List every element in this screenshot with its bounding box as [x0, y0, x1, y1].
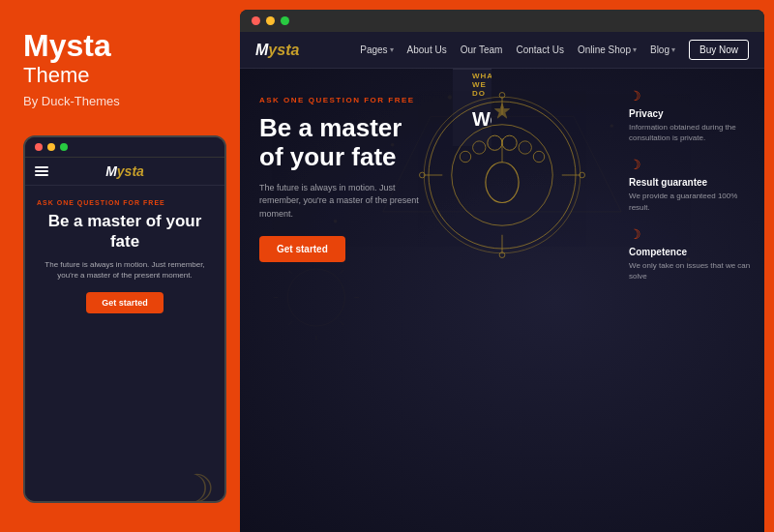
mobile-subtext: The future is always in motion. Just rem…	[37, 259, 213, 281]
blog-arrow-icon: ▾	[671, 45, 675, 54]
mobile-crescent-icon: ☽	[180, 466, 215, 501]
svg-point-33	[535, 153, 543, 161]
nav-shop[interactable]: Online Shop ▾	[578, 44, 637, 55]
site-hero: ASK ONE QUESTION FOR FREE Be a master of…	[240, 69, 764, 532]
left-panel: Mysta Theme By Duck-Themes Mysta ASK ONE…	[0, 0, 240, 532]
svg-point-31	[521, 142, 530, 152]
hero-cta-button[interactable]: Get started	[259, 236, 345, 262]
svg-point-27	[474, 142, 484, 152]
feature-privacy: ☽ Privacy Information obtained during th…	[629, 88, 755, 143]
svg-marker-42	[494, 103, 509, 118]
hero-features: ☽ Privacy Information obtained during th…	[629, 88, 755, 281]
mobile-nav: Mysta	[25, 158, 224, 186]
mobile-headline: Be a master of your fate	[37, 212, 213, 251]
brand-section: Mysta Theme By Duck-Themes	[23, 29, 217, 135]
competence-title: Competence	[629, 247, 755, 257]
svg-point-15	[610, 125, 613, 128]
pages-arrow-icon: ▾	[390, 45, 394, 54]
privacy-text: Information obtained during the consulta…	[629, 122, 755, 143]
browser-dot-green	[281, 16, 289, 25]
privacy-title: Privacy	[629, 108, 755, 119]
nav-team[interactable]: Our Team	[461, 44, 503, 55]
svg-point-22	[486, 163, 519, 203]
svg-point-25	[461, 153, 469, 161]
mobile-dot-yellow	[47, 143, 55, 151]
site-logo: Mysta	[255, 42, 299, 59]
site-nav: Mysta Pages ▾ About Us Our Team Contact …	[240, 32, 764, 69]
feature-guarantee: ☽ Result guarantee We provide a guarante…	[629, 157, 755, 212]
mystical-circle-svg	[410, 83, 594, 267]
svg-point-28	[488, 135, 502, 150]
guarantee-title: Result guarantee	[629, 177, 755, 188]
svg-point-29	[502, 135, 517, 150]
browser-dot-yellow	[266, 16, 275, 25]
nav-links: Pages ▾ About Us Our Team Contact Us Onl…	[360, 40, 749, 60]
mobile-content: ASK ONE QUESTION FOR FREE Be a master of…	[25, 186, 224, 501]
privacy-icon: ☽	[629, 88, 755, 103]
svg-point-19	[424, 97, 580, 253]
svg-point-20	[429, 102, 576, 249]
mobile-dot-green	[60, 143, 68, 151]
buy-now-button[interactable]: Buy Now	[689, 40, 749, 60]
guarantee-icon: ☽	[629, 157, 755, 172]
brand-by: By Duck-Themes	[23, 94, 217, 108]
mobile-cta-button[interactable]: Get started	[86, 292, 164, 313]
mobile-topbar	[25, 137, 224, 158]
nav-about[interactable]: About Us	[407, 44, 447, 55]
hero-illustration	[405, 78, 599, 272]
guarantee-text: We provide a guaranteed 100% result.	[629, 191, 755, 212]
nav-contact[interactable]: Contact Us	[516, 44, 563, 55]
brand-subtitle: Theme	[23, 63, 217, 88]
feature-competence: ☽ Competence We only take on issues that…	[629, 226, 755, 281]
desktop-mockup: Mysta Pages ▾ About Us Our Team Contact …	[240, 10, 764, 532]
mobile-logo: Mysta	[105, 163, 144, 179]
mobile-ask-label: ASK ONE QUESTION FOR FREE	[37, 199, 213, 206]
browser-content: Mysta Pages ▾ About Us Our Team Contact …	[240, 32, 764, 532]
shop-arrow-icon: ▾	[633, 45, 637, 54]
browser-dot-red	[252, 16, 260, 25]
hamburger-icon[interactable]	[35, 166, 48, 176]
brand-title: Mysta	[23, 29, 217, 63]
browser-topbar	[240, 10, 764, 32]
nav-blog[interactable]: Blog ▾	[650, 44, 675, 55]
mobile-dot-red	[35, 143, 43, 151]
competence-text: We only take on issues that we can solve	[629, 260, 755, 281]
nav-pages[interactable]: Pages ▾	[360, 44, 393, 55]
mobile-mockup: Mysta ASK ONE QUESTION FOR FREE Be a mas…	[23, 135, 226, 503]
competence-icon: ☽	[629, 226, 755, 242]
